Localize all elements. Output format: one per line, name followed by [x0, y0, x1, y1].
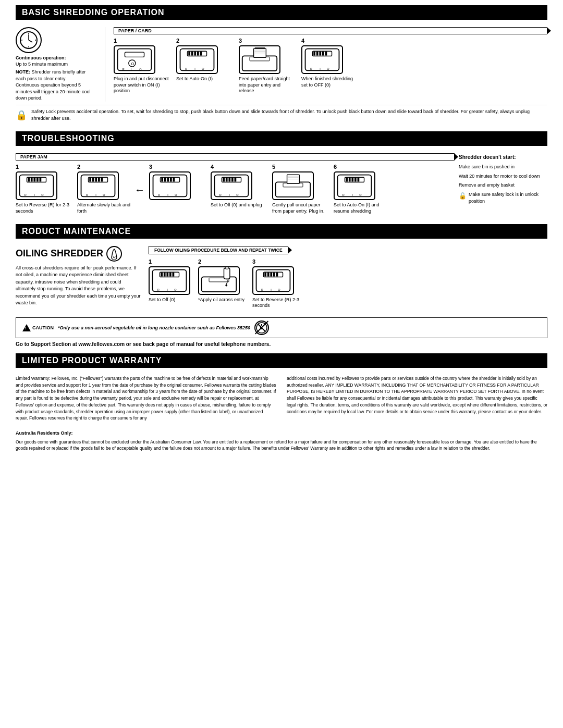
trouble-step-3-icon: R O I — [149, 171, 191, 200]
svg-rect-19 — [197, 52, 199, 55]
australia-text: Our goods come with guarantees that cann… — [16, 439, 547, 452]
svg-text:R: R — [123, 68, 125, 71]
warranty-title: LIMITED PRODUCT WARRANTY — [16, 353, 547, 368]
svg-rect-45 — [33, 178, 35, 181]
svg-rect-27 — [255, 47, 265, 48]
australia-title: Australia Residents Only: — [16, 430, 547, 437]
svg-text:O: O — [327, 67, 329, 70]
trouble-step-4-icon: R O I — [211, 171, 252, 200]
svg-rect-118 — [276, 273, 278, 276]
oil-icon — [106, 246, 122, 262]
svg-text:O: O — [139, 68, 142, 71]
svg-text:R: R — [158, 193, 160, 196]
svg-rect-92 — [354, 178, 357, 181]
svg-rect-56 — [98, 178, 100, 181]
svg-rect-76 — [231, 178, 234, 181]
trouble-step-1: 1 R O — [16, 164, 73, 214]
step-1-icon: O R O I — [114, 45, 155, 74]
step-2-icon: R O I — [176, 45, 218, 74]
svg-text:O: O — [174, 288, 177, 291]
oiling-title: OILING SHREDDER — [16, 246, 141, 262]
caution-triangle-icon — [22, 324, 31, 331]
no-start-lock-icon: 🔓 — [459, 191, 467, 201]
svg-rect-20 — [200, 52, 202, 55]
shredder-no-start-list: Make sure bin is pushed in Wait 20 minut… — [459, 164, 547, 205]
basic-op-content: Continuous operation: Up to 5 minute max… — [16, 24, 547, 105]
trouble-step-2-icon: R O I — [77, 171, 119, 200]
troubleshooting-title: TROUBLESHOOTING — [16, 131, 547, 146]
shredder-no-start-box: Shredder doesn't start: Make sure bin is… — [459, 153, 547, 207]
oil-steps-row: 1 R O — [149, 258, 547, 309]
svg-rect-91 — [351, 178, 353, 181]
basic-step-3: 3 — [239, 38, 296, 94]
step-1-num: 1 — [114, 38, 117, 44]
note-label: NOTE: — [16, 69, 30, 75]
trouble-step-1-icon: R O I — [16, 171, 57, 200]
step-4-icon: R O I — [301, 45, 343, 74]
svg-rect-117 — [273, 273, 275, 276]
oil-step-2-icon — [198, 266, 240, 295]
trouble-step-2-with-arrow: 2 R — [77, 164, 145, 214]
svg-rect-75 — [228, 178, 230, 181]
svg-rect-37 — [325, 52, 327, 55]
svg-rect-77 — [235, 178, 237, 181]
warranty-col-2: additional costs incurred by Fellowes to… — [287, 375, 547, 422]
no-start-item-1: Make sure bin is pushed in — [459, 164, 547, 171]
trouble-step-1-num: 1 — [16, 164, 19, 170]
trouble-step-6-icon: R O I — [334, 171, 375, 200]
step-4-num: 4 — [301, 38, 304, 44]
svg-rect-101 — [166, 273, 168, 276]
fellowes-link: Go to Support Section at www.fellowes.co… — [16, 341, 547, 347]
lock-icon: 🔒 — [16, 109, 27, 122]
svg-rect-64 — [164, 178, 166, 181]
svg-rect-66 — [170, 178, 172, 181]
svg-rect-73 — [223, 178, 225, 181]
caution-box: CAUTION *Only use a non-aerosol vegetabl… — [16, 317, 547, 338]
trouble-step-4: 4 R O — [211, 164, 268, 208]
svg-rect-100 — [164, 273, 166, 276]
svg-rect-110 — [225, 267, 228, 269]
continuous-op-note: NOTE: Shredder runs briefly after each p… — [16, 69, 91, 102]
trouble-steps-row: 1 R O — [16, 164, 455, 214]
svg-text:O: O — [278, 288, 280, 291]
svg-rect-103 — [173, 273, 175, 276]
svg-rect-47 — [40, 178, 42, 181]
safety-lock-row: 🔒 Safety Lock prevents accidental operat… — [16, 105, 547, 125]
oil-step-2-desc: *Apply oil across entry — [198, 297, 244, 303]
svg-rect-109 — [224, 268, 230, 279]
svg-rect-93 — [358, 178, 360, 181]
trouble-step-4-num: 4 — [211, 164, 214, 170]
svg-rect-33 — [313, 52, 315, 55]
svg-rect-55 — [95, 178, 97, 181]
trouble-step-5-desc: Gently pull uncut paper from paper entry… — [272, 202, 329, 214]
trouble-step-3-num: 3 — [149, 164, 152, 170]
basic-step-2: 2 R O — [176, 38, 234, 82]
troubleshooting-section: TROUBLESHOOTING PAPER JAM 1 — [16, 131, 547, 217]
trouble-steps: PAPER JAM 1 — [16, 153, 455, 214]
svg-rect-116 — [270, 273, 272, 276]
svg-rect-102 — [169, 273, 172, 276]
svg-rect-18 — [194, 52, 196, 55]
svg-rect-34 — [316, 52, 319, 55]
warranty-col-1: Limited Warranty: Fellowes, Inc. ("Fello… — [16, 375, 276, 422]
svg-rect-16 — [188, 52, 190, 55]
divider-vert-1 — [105, 27, 105, 102]
clock-icon — [16, 27, 42, 53]
svg-rect-89 — [346, 178, 348, 181]
australia-section: Australia Residents Only: Our goods come… — [16, 430, 547, 452]
no-start-item-4: 🔓 Make sure safety lock is in unlock pos… — [459, 191, 547, 205]
continuous-op-box: Continuous operation: Up to 5 minute max… — [16, 27, 96, 102]
svg-text:R: R — [261, 288, 263, 291]
svg-text:O: O — [41, 193, 44, 196]
trouble-step-2-desc: Alternate slowly back and forth — [77, 202, 134, 214]
no-start-item-3: Remove and empty basket — [459, 182, 547, 189]
paper-card-tag: PAPER / CARD — [114, 27, 547, 34]
svg-text:R: R — [310, 67, 312, 70]
step-2-num: 2 — [176, 38, 179, 44]
svg-rect-57 — [101, 178, 103, 181]
oil-step-3-num: 3 — [252, 258, 255, 265]
basic-step-1: 1 O R O I Plug in — [114, 38, 171, 94]
trouble-step-2-num: 2 — [77, 164, 80, 170]
step-1-desc: Plug in and put disconnect power switch … — [114, 76, 171, 94]
trouble-step-2: 2 R — [77, 164, 134, 214]
